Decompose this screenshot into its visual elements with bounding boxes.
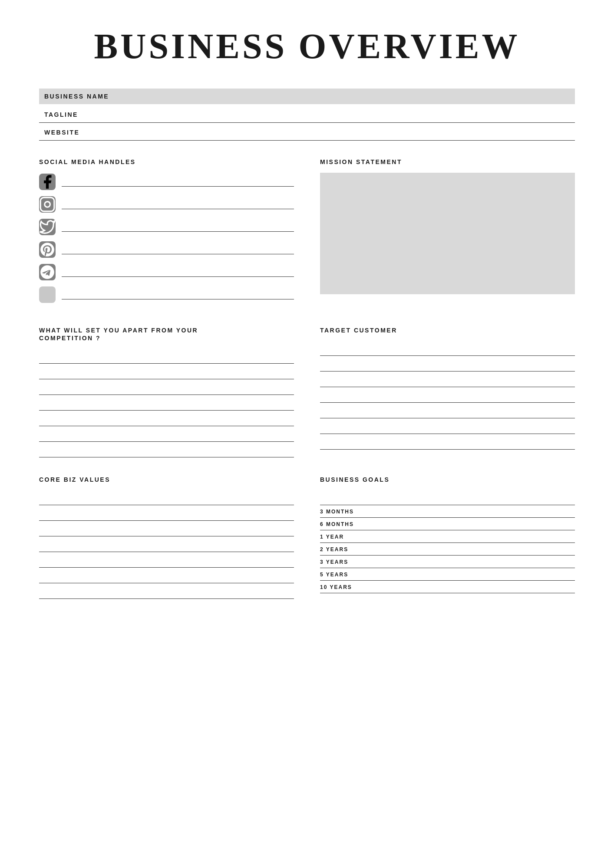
- business-goals-top-line[interactable]: [320, 490, 575, 505]
- telegram-icon: [39, 264, 56, 280]
- twitter-icon: [39, 219, 56, 235]
- mission-statement-box[interactable]: [320, 173, 575, 294]
- core-biz-values-col: CORE BIZ VALUES: [39, 476, 294, 600]
- other-social-icon: [39, 286, 56, 303]
- website-label: WEBSITE: [44, 129, 79, 136]
- target-customer-header: TARGET CUSTOMER: [320, 326, 575, 334]
- target-customer-line-5[interactable]: [320, 404, 575, 418]
- business-name-label: BUSINESS NAME: [44, 93, 109, 100]
- social-mission-section: SOCIAL MEDIA HANDLES: [39, 158, 575, 309]
- core-biz-values-lines: [39, 490, 294, 599]
- goals-row-1year[interactable]: 1 YEAR: [320, 531, 575, 543]
- competition-header: WHAT WILL SET YOU APART FROM YOUR COMPET…: [39, 326, 294, 342]
- target-customer-line-3[interactable]: [320, 372, 575, 387]
- social-row-twitter[interactable]: [39, 219, 294, 235]
- goals-row-2years[interactable]: 2 YEARS: [320, 544, 575, 556]
- core-values-line-7[interactable]: [39, 584, 294, 599]
- competition-lines: [39, 349, 294, 457]
- business-name-field[interactable]: BUSINESS NAME: [39, 89, 575, 104]
- core-values-line-2[interactable]: [39, 506, 294, 521]
- competition-target-section: WHAT WILL SET YOU APART FROM YOUR COMPET…: [39, 326, 575, 458]
- target-customer-line-7[interactable]: [320, 435, 575, 450]
- target-customer-line-4[interactable]: [320, 388, 575, 403]
- goals-row-6months[interactable]: 6 MONTHS: [320, 519, 575, 530]
- telegram-input-line[interactable]: [62, 267, 294, 277]
- competition-line-1[interactable]: [39, 349, 294, 364]
- pinterest-icon: [39, 241, 56, 258]
- competition-line-6[interactable]: [39, 427, 294, 442]
- instagram-icon: [39, 196, 56, 213]
- svg-rect-0: [40, 197, 54, 211]
- core-biz-values-header: CORE BIZ VALUES: [39, 476, 294, 483]
- goals-row-3years[interactable]: 3 YEARS: [320, 556, 575, 568]
- social-media-col: SOCIAL MEDIA HANDLES: [39, 158, 294, 309]
- mission-statement-header: MISSION STATEMENT: [320, 158, 575, 166]
- competition-line-2[interactable]: [39, 365, 294, 379]
- business-goals-col: BUSINESS GOALS 3 MONTHS 6 MONTHS 1 YEAR …: [320, 476, 575, 600]
- core-goals-section: CORE BIZ VALUES BUSINESS GOALS 3 MONTHS …: [39, 476, 575, 600]
- social-media-header: SOCIAL MEDIA HANDLES: [39, 158, 294, 166]
- social-row-facebook[interactable]: [39, 174, 294, 190]
- target-customer-line-1[interactable]: [320, 341, 575, 356]
- social-row-telegram[interactable]: [39, 264, 294, 280]
- competition-line-4[interactable]: [39, 396, 294, 411]
- target-customer-lines: [320, 341, 575, 450]
- tagline-label: TAGLINE: [44, 111, 78, 118]
- social-row-other[interactable]: [39, 286, 294, 303]
- core-values-line-3[interactable]: [39, 522, 294, 536]
- goals-row-5years[interactable]: 5 YEARS: [320, 569, 575, 581]
- instagram-input-line[interactable]: [62, 200, 294, 209]
- target-customer-col: TARGET CUSTOMER: [320, 326, 575, 458]
- competition-line-7[interactable]: [39, 443, 294, 457]
- competition-col: WHAT WILL SET YOU APART FROM YOUR COMPET…: [39, 326, 294, 458]
- competition-line-5[interactable]: [39, 411, 294, 426]
- core-values-line-4[interactable]: [39, 537, 294, 552]
- pinterest-input-line[interactable]: [62, 245, 294, 254]
- target-customer-line-6[interactable]: [320, 419, 575, 434]
- core-values-line-1[interactable]: [39, 490, 294, 505]
- page-title: BUSINESS OVERVIEW: [39, 26, 575, 67]
- facebook-icon: [39, 174, 56, 190]
- target-customer-line-2[interactable]: [320, 357, 575, 372]
- core-values-line-5[interactable]: [39, 553, 294, 568]
- top-fields-section: BUSINESS NAME TAGLINE WEBSITE: [39, 89, 575, 141]
- website-field[interactable]: WEBSITE: [39, 125, 575, 141]
- competition-line-3[interactable]: [39, 380, 294, 395]
- core-values-line-6[interactable]: [39, 569, 294, 583]
- social-row-instagram[interactable]: [39, 196, 294, 213]
- business-goals-header: BUSINESS GOALS: [320, 476, 575, 483]
- other-social-input-line[interactable]: [62, 290, 294, 299]
- mission-statement-col: MISSION STATEMENT: [320, 158, 575, 309]
- goals-row-10years[interactable]: 10 YEARS: [320, 582, 575, 593]
- social-row-pinterest[interactable]: [39, 241, 294, 258]
- facebook-input-line[interactable]: [62, 177, 294, 187]
- twitter-input-line[interactable]: [62, 222, 294, 232]
- tagline-field[interactable]: TAGLINE: [39, 107, 575, 123]
- goals-row-3months[interactable]: 3 MONTHS: [320, 506, 575, 518]
